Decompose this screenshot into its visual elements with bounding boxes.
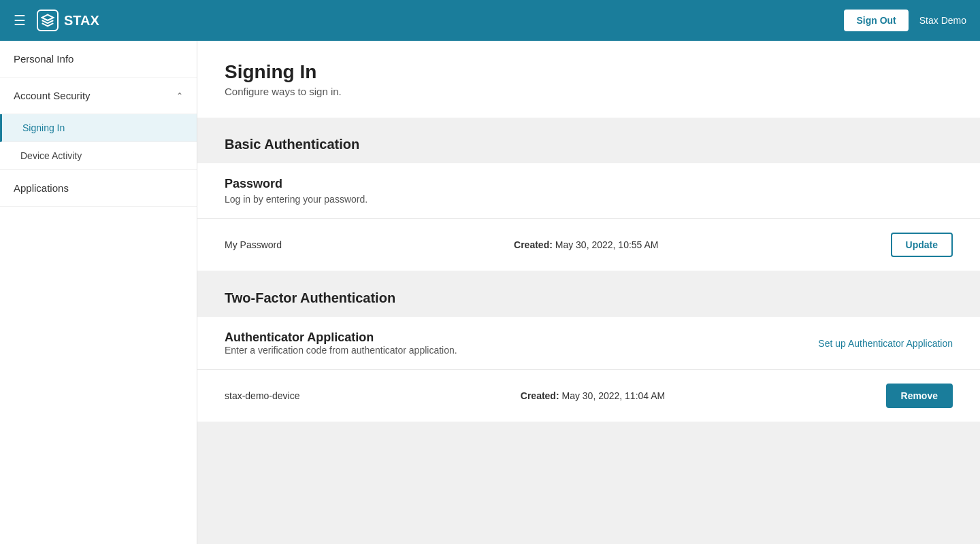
app-header: ☰ STAX Sign Out Stax Demo bbox=[0, 0, 980, 41]
sidebar: Personal Info Account Security ⌃ Signing… bbox=[0, 41, 197, 544]
main-content: Signing In Configure ways to sign in. Ba… bbox=[197, 41, 980, 544]
menu-icon[interactable]: ☰ bbox=[14, 12, 26, 29]
page-subtitle: Configure ways to sign in. bbox=[225, 86, 953, 97]
password-created-meta: Created: May 30, 2022, 10:55 AM bbox=[514, 239, 658, 250]
authenticator-card-header: Authenticator Application Enter a verifi… bbox=[197, 317, 980, 370]
header-right: Sign Out Stax Demo bbox=[844, 10, 966, 31]
remove-device-button[interactable]: Remove bbox=[886, 384, 953, 408]
two-factor-section: Two-Factor Authentication Authenticator … bbox=[197, 279, 980, 422]
password-card: Password Log in by entering your passwor… bbox=[197, 163, 980, 271]
sidebar-sub-item-signing-in[interactable]: Signing In bbox=[0, 114, 197, 142]
header-left: ☰ STAX bbox=[14, 10, 99, 31]
password-card-header: Password Log in by entering your passwor… bbox=[197, 163, 980, 219]
authenticator-card: Authenticator Application Enter a verifi… bbox=[197, 317, 980, 422]
logo-text: STAX bbox=[64, 13, 99, 29]
my-password-label: My Password bbox=[225, 239, 282, 250]
authenticator-card-desc: Enter a verification code from authentic… bbox=[225, 345, 457, 356]
layout: Personal Info Account Security ⌃ Signing… bbox=[0, 41, 980, 544]
device-created-meta: Created: May 30, 2022, 11:04 AM bbox=[521, 390, 665, 401]
update-password-button[interactable]: Update bbox=[891, 233, 953, 257]
authenticator-device-row: stax-demo-device Created: May 30, 2022, … bbox=[197, 370, 980, 422]
password-row: My Password Created: May 30, 2022, 10:55… bbox=[197, 219, 980, 271]
page-title: Signing In bbox=[225, 61, 953, 83]
authenticator-card-title: Authenticator Application bbox=[225, 330, 457, 345]
password-created-label: Created: bbox=[514, 239, 553, 250]
sidebar-item-account-security[interactable]: Account Security ⌃ bbox=[0, 78, 197, 114]
sign-out-button[interactable]: Sign Out bbox=[844, 10, 908, 31]
device-label: stax-demo-device bbox=[225, 390, 300, 401]
basic-auth-title: Basic Authentication bbox=[197, 126, 980, 163]
page-header: Signing In Configure ways to sign in. bbox=[197, 41, 980, 118]
password-card-desc: Log in by entering your password. bbox=[225, 194, 953, 205]
password-created-value: May 30, 2022, 10:55 AM bbox=[555, 239, 659, 250]
chevron-down-icon: ⌃ bbox=[176, 91, 183, 101]
sidebar-sub-item-device-activity[interactable]: Device Activity bbox=[0, 142, 197, 170]
logo-icon bbox=[37, 10, 59, 31]
sidebar-item-applications[interactable]: Applications bbox=[0, 170, 197, 207]
logo[interactable]: STAX bbox=[37, 10, 99, 31]
setup-authenticator-link[interactable]: Set up Authenticator Application bbox=[818, 338, 953, 349]
sidebar-item-personal-info[interactable]: Personal Info bbox=[0, 41, 197, 78]
two-factor-title: Two-Factor Authentication bbox=[197, 279, 980, 317]
device-created-label: Created: bbox=[521, 390, 559, 401]
basic-auth-section: Basic Authentication Password Log in by … bbox=[197, 126, 980, 271]
user-name: Stax Demo bbox=[919, 15, 966, 26]
password-card-title: Password bbox=[225, 177, 953, 191]
device-created-value: May 30, 2022, 11:04 AM bbox=[561, 390, 665, 401]
